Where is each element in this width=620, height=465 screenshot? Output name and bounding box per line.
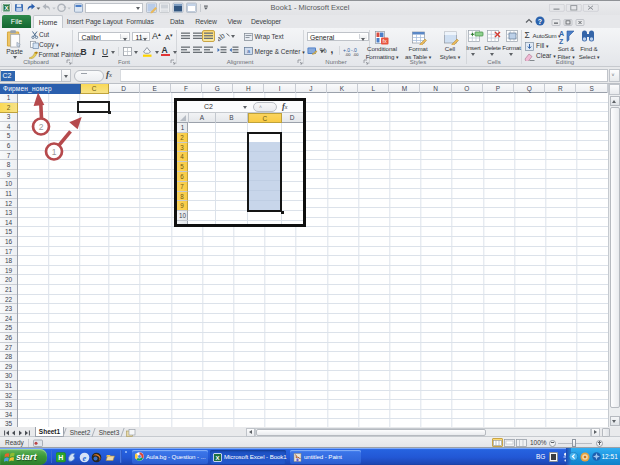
svg-text:ab: ab [218, 31, 227, 42]
svg-text:X: X [215, 455, 219, 461]
svg-text:e: e [83, 453, 87, 463]
svg-text:A: A [559, 30, 564, 37]
svg-text:fx: fx [383, 38, 388, 44]
svg-text:?: ? [538, 18, 542, 25]
svg-text:H: H [58, 454, 63, 461]
svg-text:1: 1 [52, 147, 57, 157]
svg-text:2: 2 [39, 122, 44, 132]
svg-text:Z: Z [559, 38, 564, 45]
